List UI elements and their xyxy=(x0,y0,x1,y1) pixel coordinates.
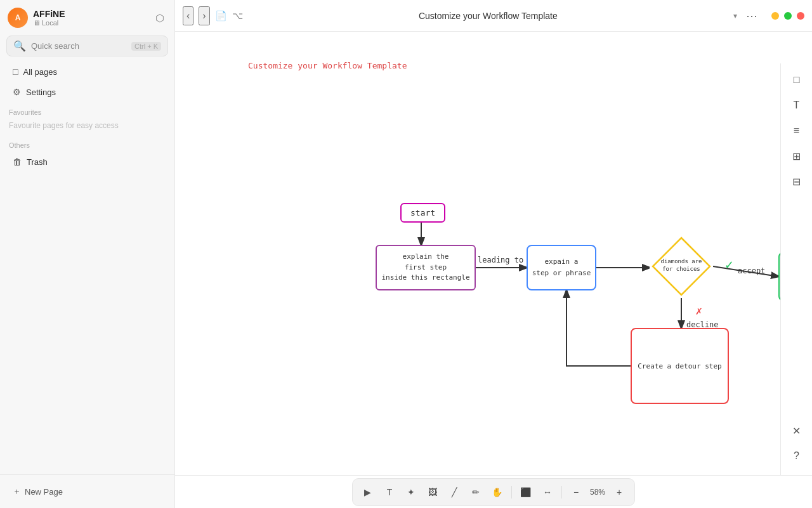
all-pages-icon: □ xyxy=(13,67,18,77)
fit-width-button[interactable]: ↔ xyxy=(537,482,558,502)
pencil-tool-button[interactable]: ✏ xyxy=(466,482,486,502)
workspace-env: 🖥 Local xyxy=(33,19,65,27)
back-button[interactable]: ‹ xyxy=(183,6,193,25)
red-rect-node[interactable]: Create a detour step xyxy=(631,328,729,404)
close-panel-button[interactable]: ✕ xyxy=(785,419,808,442)
svg-text:✗: ✗ xyxy=(695,306,703,316)
layout-tool-button[interactable]: ⊟ xyxy=(785,170,808,193)
table-tool-button[interactable]: ⊞ xyxy=(785,145,808,167)
search-placeholder-text: Quick search xyxy=(31,41,126,51)
bottom-toolbar: ▶ T ✦ 🖼 ╱ ✏ ✋ ⬛ ↔ − 58% + xyxy=(175,475,812,508)
arrows-layer: ✓ ✗ xyxy=(175,32,812,475)
others-section-label: Others xyxy=(0,135,174,152)
quick-search-bar[interactable]: 🔍 Quick search Ctrl + K xyxy=(6,36,168,56)
workspace-name: AFFiNE xyxy=(33,9,65,19)
blue-rect-node[interactable]: expain astep or phrase xyxy=(527,245,596,290)
help-button[interactable]: ? xyxy=(785,445,808,467)
all-pages-label: All pages xyxy=(23,67,56,77)
text-tool-button[interactable]: T xyxy=(379,482,400,502)
settings-icon: ⚙ xyxy=(13,87,21,97)
svg-text:✓: ✓ xyxy=(724,259,734,271)
canvas-area: Customize your Workflow Template ✓ ✗ xyxy=(175,32,812,475)
search-icon: 🔍 xyxy=(13,40,26,52)
svg-text:diamonds are: diamonds are xyxy=(660,258,702,264)
sidebar-item-settings[interactable]: ⚙ Settings xyxy=(4,82,171,101)
purple-rect-node[interactable]: explain thefirst stepinside this rectang… xyxy=(376,245,476,290)
doc-icon[interactable]: 📄 xyxy=(215,10,227,22)
zoom-out-button[interactable]: − xyxy=(566,482,586,502)
hand-tool-button[interactable]: ✋ xyxy=(487,482,508,502)
leading-to-label: leading to xyxy=(478,256,523,264)
sidebar-header: A AFFiNE 🖥 Local ⬡ xyxy=(0,0,174,33)
frame-tool-button[interactable]: ⬛ xyxy=(516,482,536,502)
sidebar: A AFFiNE 🖥 Local ⬡ 🔍 Quick search Ctrl +… xyxy=(0,0,175,508)
toolbar-separator xyxy=(511,486,512,498)
text-tool-button[interactable]: T xyxy=(785,94,808,117)
diamond-node[interactable]: diamonds are for choices xyxy=(650,235,713,298)
main-area: ‹ › 📄 ⌥ Customize your Workflow Template… xyxy=(175,0,812,508)
trash-label: Trash xyxy=(27,157,48,167)
window-controls xyxy=(771,12,804,20)
right-panel-bottom: ✕ ? xyxy=(785,419,808,475)
favourites-placeholder: Favourite pages for easy access xyxy=(0,119,174,135)
plus-icon: ＋ xyxy=(13,486,21,497)
zoom-in-button[interactable]: + xyxy=(609,482,629,502)
toolbar-separator-2 xyxy=(561,486,562,498)
workspace-info: A AFFiNE 🖥 Local xyxy=(8,8,65,28)
sidebar-collapse-button[interactable]: ⬡ xyxy=(153,10,167,27)
right-panel: □ T ≡ ⊞ ⊟ ✕ ? xyxy=(780,63,812,475)
zoom-level-display: 58% xyxy=(587,488,608,497)
avatar: A xyxy=(8,8,28,28)
connector-tool-button[interactable]: ╱ xyxy=(444,482,464,502)
sidebar-item-all-pages[interactable]: □ All pages xyxy=(4,62,171,81)
sidebar-nav-buttons: ⬡ xyxy=(153,10,167,27)
minimize-button[interactable] xyxy=(771,12,779,20)
forward-button[interactable]: › xyxy=(199,6,209,25)
toolbar-tools-group: ▶ T ✦ 🖼 ╱ ✏ ✋ ⬛ ↔ − 58% + xyxy=(352,478,635,506)
shape-tool-button[interactable]: □ xyxy=(785,68,808,91)
trash-icon: 🗑 xyxy=(13,157,22,167)
close-button[interactable] xyxy=(797,12,804,20)
title-dropdown-icon[interactable]: ▾ xyxy=(733,11,737,20)
workspace-name-group: AFFiNE 🖥 Local xyxy=(33,9,65,27)
image-tool-button[interactable]: 🖼 xyxy=(422,482,443,502)
flow-icon[interactable]: ⌥ xyxy=(232,10,243,22)
new-page-label: New Page xyxy=(25,487,63,497)
start-node[interactable]: start xyxy=(400,203,445,223)
new-page-button[interactable]: ＋ New Page xyxy=(6,481,168,502)
sidebar-item-trash[interactable]: 🗑 Trash xyxy=(4,152,171,171)
settings-label: Settings xyxy=(26,88,56,97)
search-shortcut-badge: Ctrl + K xyxy=(131,42,161,51)
template-label: Customize your Workflow Template xyxy=(248,61,407,70)
titlebar: ‹ › 📄 ⌥ Customize your Workflow Template… xyxy=(175,0,812,32)
select-tool-button[interactable]: ▶ xyxy=(358,482,378,502)
shape-tool-button[interactable]: ✦ xyxy=(401,482,421,502)
svg-text:for choices: for choices xyxy=(662,266,700,272)
page-title: Customize your Workflow Template xyxy=(248,11,728,21)
sidebar-footer: ＋ New Page xyxy=(0,474,174,508)
maximize-button[interactable] xyxy=(784,12,792,20)
more-options-button[interactable]: ⋯ xyxy=(742,8,761,24)
accept-label: accept xyxy=(738,266,765,275)
list-tool-button[interactable]: ≡ xyxy=(785,119,808,142)
favourites-section-label: Favourites xyxy=(0,102,174,119)
